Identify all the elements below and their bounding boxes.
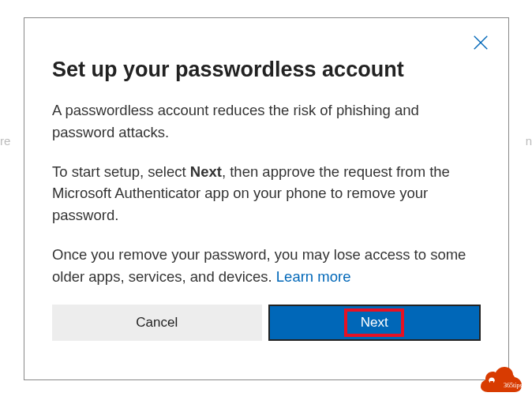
paragraph-intro: A passwordless account reduces the risk …	[52, 99, 481, 144]
next-bold-text: Next	[190, 163, 222, 180]
close-icon	[472, 34, 489, 51]
background-text-left: re	[0, 134, 10, 148]
close-button[interactable]	[472, 34, 489, 54]
svg-rect-4	[489, 379, 495, 381]
background-text-right: n	[526, 134, 532, 148]
text-segment: To start setup, select	[52, 163, 190, 180]
paragraph-instructions: To start setup, select Next, then approv…	[52, 161, 481, 226]
learn-more-link[interactable]: Learn more	[276, 268, 351, 285]
cloud-icon: 365tips	[480, 364, 523, 392]
cancel-button[interactable]: Cancel	[52, 305, 262, 341]
button-row: Cancel Next	[52, 305, 481, 341]
text-segment: Once you remove your password, you may l…	[52, 246, 466, 285]
svg-text:365tips: 365tips	[504, 382, 523, 389]
next-button-label: Next	[361, 315, 388, 331]
dialog-body: A passwordless account reduces the risk …	[52, 99, 481, 287]
dialog-title: Set up your passwordless account	[52, 58, 481, 82]
watermark-badge: 365tips	[480, 364, 523, 392]
paragraph-warning: Once you remove your password, you may l…	[52, 244, 481, 288]
passwordless-setup-dialog: Set up your passwordless account A passw…	[24, 17, 509, 380]
next-button[interactable]: Next	[268, 305, 481, 341]
